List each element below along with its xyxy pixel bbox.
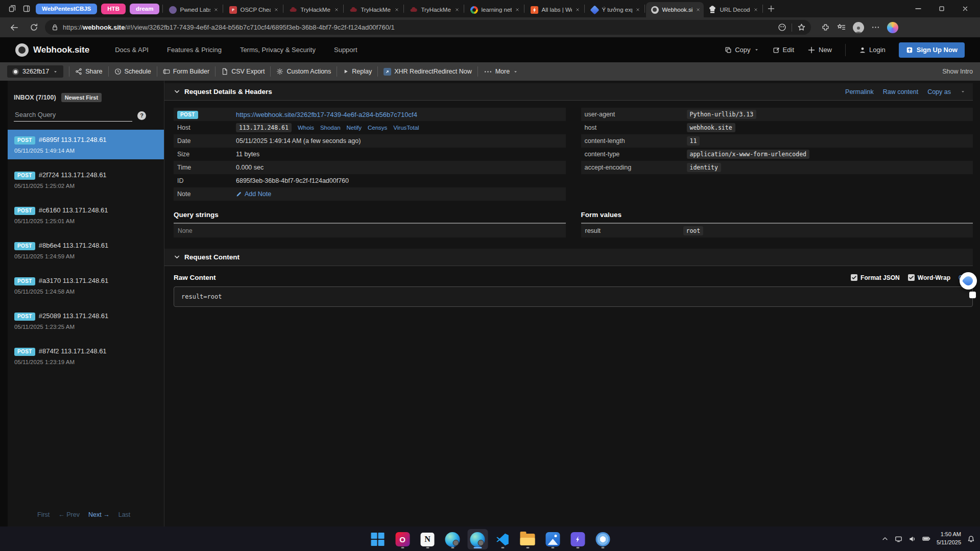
browser-tab[interactable]: TryHackMe | N (405, 3, 463, 16)
word-wrap-checkbox[interactable]: Word-Wrap (908, 274, 950, 281)
toolbar-xhr-redirect-button[interactable]: XHR Redirect (384, 68, 433, 76)
search-input[interactable] (14, 109, 132, 122)
tab-close-icon[interactable] (575, 7, 580, 12)
browser-tab[interactable]: Ý tưởng exploi (586, 3, 643, 16)
tab-close-icon[interactable] (213, 7, 219, 12)
feedback-icon[interactable] (778, 23, 786, 32)
browser-tab[interactable]: TryHackMe | H (284, 3, 342, 16)
toolbar-custom-actions-button[interactable]: Custom Actions (276, 68, 331, 75)
workspaces-icon[interactable] (5, 2, 19, 15)
maximize-button[interactable] (930, 1, 953, 16)
refresh-button[interactable] (26, 20, 42, 35)
inbox-request-item[interactable]: POST#874f2 113.171.248.6105/11/2025 1:23… (8, 341, 164, 371)
head-link-raw-content[interactable]: Raw content (883, 88, 918, 95)
nav-link-1[interactable]: Features & Pricing (167, 46, 222, 54)
format-json-checkbox[interactable]: Format JSON (851, 274, 900, 281)
new-tab-button[interactable] (764, 2, 778, 15)
request-content-header[interactable]: Request Content (164, 249, 973, 266)
nav-link-0[interactable]: Docs & API (115, 46, 149, 54)
taskbar-app-photos[interactable] (542, 529, 563, 549)
browser-tab[interactable]: learning netwo (465, 3, 523, 16)
request-url-link[interactable]: https://webhook.site/3262fb17-7439-4e6f-… (236, 111, 417, 118)
inbox-request-item[interactable]: POST#25089 113.171.248.6105/11/2025 1:23… (8, 306, 164, 336)
pager-prev[interactable]: ← Prev (58, 511, 80, 518)
pager-first[interactable]: First (37, 511, 50, 518)
volume-icon[interactable] (909, 535, 916, 543)
sort-toggle[interactable]: Newest First (61, 93, 102, 102)
host-link-censys[interactable]: Censys (368, 125, 387, 131)
extensions-icon[interactable] (821, 23, 830, 32)
taskbar-app-vscode[interactable] (492, 529, 513, 549)
toolbar-csv-export-button[interactable]: CSV Export (221, 68, 265, 75)
tab-close-icon[interactable] (334, 7, 339, 12)
minimize-button[interactable] (906, 1, 930, 16)
back-button[interactable] (6, 20, 22, 35)
head-link-permalink[interactable]: Permalink (845, 88, 874, 95)
taskbar-app-bolt[interactable] (567, 529, 588, 549)
copilot-icon[interactable] (887, 22, 898, 33)
toolbar-share-button[interactable]: Share (75, 68, 102, 75)
toolbar-redirect-now-button[interactable]: Redirect Now (434, 68, 472, 75)
browser-tab[interactable]: POSCP Cheat Sl (224, 3, 282, 16)
toolbar-schedule-button[interactable]: Schedule (114, 68, 151, 75)
edit-button[interactable]: Edit (773, 46, 794, 54)
tab-close-icon[interactable] (455, 7, 460, 12)
host-link-shodan[interactable]: Shodan (320, 125, 341, 131)
tab-close-icon[interactable] (753, 7, 758, 12)
taskbar-app-chromium[interactable] (592, 529, 613, 549)
taskbar-app-start[interactable] (367, 529, 388, 549)
close-window-button[interactable] (953, 1, 977, 16)
tab-close-icon[interactable] (696, 7, 701, 12)
host-link-netify[interactable]: Netify (347, 125, 362, 131)
tab-close-icon[interactable] (274, 7, 279, 12)
show-intro-link[interactable]: Show Intro (942, 68, 973, 75)
tab-close-icon[interactable] (394, 7, 399, 12)
login-button[interactable]: Login (859, 46, 886, 54)
toolbar-form-builder-button[interactable]: Form Builder (163, 68, 210, 75)
add-note-link[interactable]: Add Note (236, 190, 271, 198)
pager-last[interactable]: Last (118, 511, 131, 518)
taskbar-app-edge[interactable] (467, 529, 488, 549)
favorites-bar-icon[interactable] (837, 23, 846, 32)
favorite-icon[interactable] (797, 23, 806, 32)
notifications-icon[interactable] (967, 535, 975, 543)
inbox-request-item[interactable]: POST#a3170 113.171.248.6105/11/2025 1:24… (8, 271, 164, 300)
new-url-button[interactable]: New (807, 46, 832, 54)
tray-overflow-icon[interactable] (881, 535, 889, 542)
taskbar-app-opera[interactable]: O (392, 529, 413, 549)
taskbar-app-folder[interactable] (517, 529, 538, 549)
inbox-request-item[interactable]: POST#c6160 113.171.248.6105/11/2025 1:25… (8, 200, 164, 230)
tab-close-icon[interactable] (515, 7, 520, 12)
inbox-request-item[interactable]: POST#6895f 113.171.248.6105/11/2025 1:49… (8, 130, 164, 159)
display-icon[interactable] (895, 535, 902, 543)
browser-menu-icon[interactable] (871, 23, 880, 32)
inbox-request-item[interactable]: POST#2f724 113.171.248.6105/11/2025 1:25… (8, 165, 164, 195)
host-link-whois[interactable]: Whois (298, 125, 314, 131)
head-link-copy-as[interactable]: Copy as (927, 88, 951, 95)
host-link-virustotal[interactable]: VirusTotal (393, 125, 419, 131)
tab-group-pill[interactable]: HTB (101, 4, 126, 14)
profile-avatar[interactable] (853, 22, 864, 33)
browser-tab[interactable]: URL Decode - (704, 3, 761, 16)
toolbar-more-button[interactable]: More (484, 67, 518, 76)
url-field[interactable]: https://webhook.site/#!/view/3262fb17-74… (45, 20, 811, 35)
sign-up-button[interactable]: Sign Up Now (899, 42, 965, 58)
toolbar-replay-button[interactable]: Replay (343, 68, 372, 75)
tab-group-pill[interactable]: WebPentestCBJS (36, 4, 97, 14)
browser-tab[interactable]: Webhook.site (646, 2, 704, 17)
request-details-header[interactable]: Request Details & Headers PermalinkRaw c… (164, 83, 973, 101)
taskbar-app-notion[interactable]: N (417, 529, 438, 549)
chat-widget-button[interactable] (960, 272, 977, 290)
battery-icon[interactable] (922, 535, 930, 543)
tab-actions-icon[interactable] (19, 2, 34, 15)
browser-tab[interactable]: TryHackMe | W (345, 3, 402, 16)
nav-link-2[interactable]: Terms, Privacy & Security (240, 46, 316, 54)
inbox-request-item[interactable]: POST#8b6e4 113.171.248.6105/11/2025 1:24… (8, 235, 164, 265)
taskbar-app-edge[interactable] (442, 529, 463, 549)
site-brand[interactable]: Webhook.site (15, 43, 89, 57)
browser-tab[interactable]: Pwned Labs - C (164, 3, 222, 16)
taskbar-clock[interactable]: 1:50 AM 5/11/2025 (937, 531, 961, 547)
search-help-icon[interactable]: ? (137, 111, 146, 120)
nav-link-3[interactable]: Support (334, 46, 357, 54)
browser-tab[interactable]: All labs | Web S (525, 3, 583, 16)
